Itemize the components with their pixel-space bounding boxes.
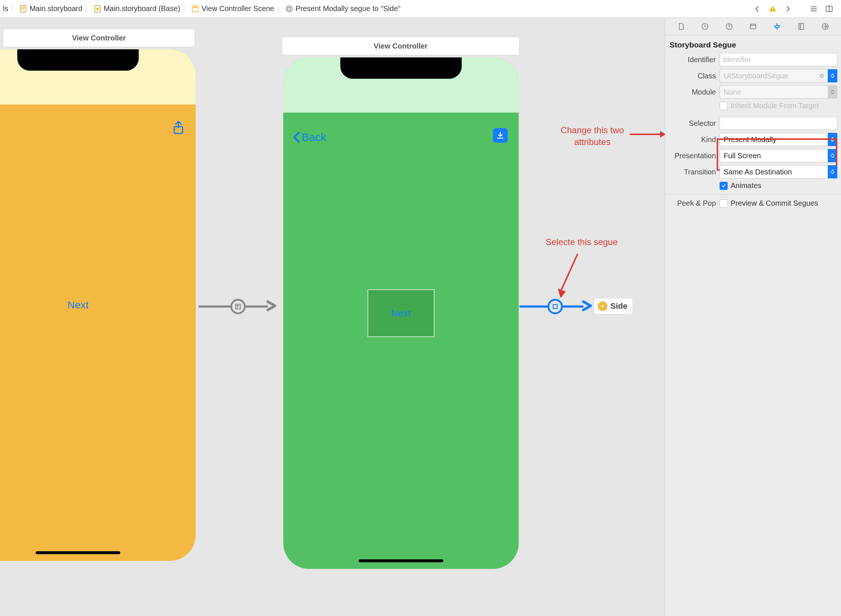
dropdown-stepper[interactable] [828, 149, 837, 162]
scene-title-label: View Controller [72, 34, 126, 42]
breadcrumb-item[interactable]: ls [3, 4, 8, 13]
segue-connector-selected [563, 305, 583, 308]
dropdown-stepper[interactable] [828, 85, 837, 98]
attributes-inspector-tab[interactable] [771, 21, 782, 32]
connections-inspector-tab[interactable] [820, 21, 831, 32]
checkbox-label: Preview & Commit Segues [731, 199, 818, 208]
dropdown-stepper[interactable] [828, 165, 837, 179]
annotation-line: attributes [552, 136, 633, 148]
breadcrumb-label: Present Modally segue to "Side" [295, 4, 400, 13]
segue-node-embed[interactable] [230, 299, 246, 314]
segue-connector[interactable] [199, 305, 232, 308]
breadcrumb-label: ls [3, 4, 8, 13]
segue-connector-selected[interactable] [519, 305, 549, 308]
scene-ref-icon [598, 301, 607, 311]
button-label: Next [391, 308, 410, 319]
class-select[interactable]: UIStoryboardSegue [719, 69, 828, 82]
svg-rect-8 [288, 7, 291, 10]
svg-point-16 [602, 305, 604, 307]
chevron-right-icon: 〉 [276, 4, 283, 13]
breadcrumb-label: Main.storyboard (Base) [104, 4, 180, 13]
button-label: Next [67, 299, 89, 311]
select-value: Same As Destination [724, 168, 792, 176]
next-button[interactable]: Next [67, 299, 89, 311]
inherit-module-checkbox[interactable] [719, 102, 728, 110]
storyboard-file-icon [19, 5, 27, 13]
home-indicator [359, 559, 443, 562]
segue-connector [246, 305, 268, 308]
breadcrumb-item[interactable]: Main.storyboard (Base) [94, 4, 180, 13]
label-transition: Transition [669, 168, 716, 176]
svg-rect-2 [22, 9, 25, 10]
checkbox-label: Animates [731, 182, 761, 190]
annotation-change-attrs: Change this two attributes [552, 125, 633, 148]
scene-title-bar[interactable]: View Controller [3, 29, 195, 47]
svg-rect-9 [772, 8, 773, 10]
annotation-line: Selecte this segue [546, 237, 618, 247]
scene-viewcontroller-2[interactable]: Back Next [283, 57, 519, 569]
svg-rect-10 [772, 10, 773, 11]
select-value: UIStoryboardSegue [724, 72, 788, 80]
scene-viewcontroller-1[interactable]: Next [0, 49, 196, 561]
svg-point-7 [286, 6, 293, 12]
section-heading: Storyboard Segue [670, 41, 837, 49]
peek-pop-checkbox[interactable] [719, 199, 728, 208]
svg-rect-15 [553, 305, 557, 309]
device-notch [17, 49, 139, 70]
kind-select[interactable]: Present Modally [719, 133, 828, 146]
svg-point-4 [96, 7, 98, 10]
nav-back-button[interactable] [752, 4, 762, 14]
inspector-tabs [665, 18, 841, 35]
label-peek-pop: Peek & Pop [669, 199, 716, 208]
scene-icon [191, 5, 199, 13]
presentation-select[interactable]: Full Screen [719, 149, 828, 162]
svg-line-18 [561, 254, 577, 292]
segue-node-present-modally[interactable] [547, 299, 563, 314]
outline-toggle-button[interactable] [809, 4, 819, 14]
svg-rect-23 [799, 23, 803, 29]
breadcrumb-item[interactable]: Present Modally segue to "Side" [285, 4, 400, 13]
share-icon[interactable] [172, 120, 185, 136]
animates-checkbox[interactable] [719, 182, 728, 190]
help-inspector-tab[interactable] [724, 21, 735, 32]
breadcrumb-label: View Controller Scene [202, 4, 274, 13]
identifier-input[interactable] [719, 53, 837, 66]
clear-icon[interactable] [818, 73, 826, 79]
select-value: Present Modally [724, 135, 776, 144]
warning-icon[interactable] [768, 4, 778, 14]
select-value: None [724, 88, 741, 97]
toolbar-right [752, 4, 838, 14]
label-kind: Kind [669, 135, 716, 144]
checkbox-label: Inherit Module From Target [731, 101, 819, 110]
size-inspector-tab[interactable] [796, 21, 807, 32]
dropdown-stepper[interactable] [828, 69, 837, 82]
identity-inspector-tab[interactable] [747, 21, 759, 32]
history-inspector-tab[interactable] [699, 21, 711, 32]
svg-rect-5 [192, 6, 198, 12]
svg-point-21 [729, 28, 730, 28]
svg-rect-6 [193, 7, 197, 8]
label-presentation: Presentation [669, 152, 716, 160]
chevron-right-icon: 〉 [10, 4, 17, 13]
download-icon[interactable] [493, 128, 508, 143]
back-button[interactable]: Back [293, 131, 326, 144]
transition-select[interactable]: Same As Destination [719, 165, 828, 179]
scene-title-bar[interactable]: View Controller [282, 37, 519, 55]
label-class: Class [669, 72, 716, 80]
adjust-editor-button[interactable] [824, 4, 834, 14]
dropdown-stepper[interactable] [828, 133, 837, 146]
container-view[interactable]: Next [368, 289, 435, 337]
breadcrumb-item[interactable]: View Controller Scene [191, 4, 274, 13]
module-select[interactable]: None [719, 85, 828, 98]
selector-input[interactable] [719, 117, 837, 130]
storyboard-canvas[interactable]: View Controller Next View Control [0, 18, 665, 616]
nav-forward-button[interactable] [783, 4, 793, 14]
annotation-line: Change this two [552, 125, 633, 136]
label-module: Module [669, 88, 716, 97]
scene-title-label: View Controller [374, 42, 428, 50]
scene-reference-side[interactable]: Side [594, 298, 633, 314]
breadcrumb-label: Main.storyboard [29, 4, 82, 13]
file-inspector-tab[interactable] [675, 21, 687, 32]
breadcrumb-item[interactable]: Main.storyboard [19, 4, 82, 13]
scene-ref-label: Side [610, 301, 627, 311]
